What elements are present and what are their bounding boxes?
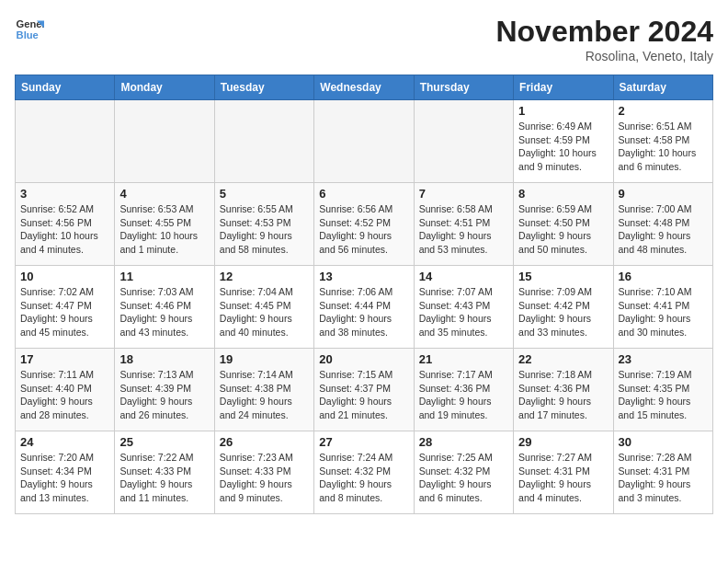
month-title: November 2024	[495, 15, 713, 49]
calendar-cell: 15Sunrise: 7:09 AM Sunset: 4:42 PM Dayli…	[514, 266, 613, 349]
day-info: Sunrise: 7:15 AM Sunset: 4:37 PM Dayligh…	[319, 368, 408, 422]
calendar-cell	[214, 100, 313, 183]
calendar-cell: 12Sunrise: 7:04 AM Sunset: 4:45 PM Dayli…	[214, 266, 313, 349]
day-number: 7	[419, 187, 508, 201]
calendar-cell: 20Sunrise: 7:15 AM Sunset: 4:37 PM Dayli…	[314, 349, 414, 431]
day-number: 28	[419, 435, 508, 449]
day-number: 22	[518, 352, 608, 366]
day-info: Sunrise: 6:51 AM Sunset: 4:58 PM Dayligh…	[619, 120, 708, 174]
week-row-3: 17Sunrise: 7:11 AM Sunset: 4:40 PM Dayli…	[16, 349, 713, 431]
calendar-cell: 17Sunrise: 7:11 AM Sunset: 4:40 PM Dayli…	[16, 349, 115, 431]
day-info: Sunrise: 7:20 AM Sunset: 4:34 PM Dayligh…	[20, 451, 109, 505]
calendar-cell: 22Sunrise: 7:18 AM Sunset: 4:36 PM Dayli…	[514, 349, 613, 431]
day-info: Sunrise: 6:52 AM Sunset: 4:56 PM Dayligh…	[20, 202, 109, 257]
day-info: Sunrise: 7:23 AM Sunset: 4:33 PM Dayligh…	[220, 451, 309, 505]
day-number: 19	[220, 352, 309, 366]
calendar-cell: 11Sunrise: 7:03 AM Sunset: 4:46 PM Dayli…	[115, 266, 214, 349]
subtitle: Rosolina, Veneto, Italy	[495, 49, 713, 63]
day-number: 26	[220, 435, 309, 449]
calendar-cell	[115, 100, 214, 183]
day-number: 13	[319, 270, 408, 283]
week-row-0: 1Sunrise: 6:49 AM Sunset: 4:59 PM Daylig…	[16, 100, 713, 183]
day-number: 9	[619, 187, 708, 201]
day-info: Sunrise: 7:02 AM Sunset: 4:47 PM Dayligh…	[20, 285, 109, 339]
day-number: 3	[20, 187, 109, 201]
day-number: 6	[319, 187, 408, 201]
svg-text:Blue: Blue	[17, 29, 39, 40]
calendar-cell: 7Sunrise: 6:58 AM Sunset: 4:51 PM Daylig…	[414, 183, 513, 266]
day-info: Sunrise: 7:24 AM Sunset: 4:32 PM Dayligh…	[319, 451, 408, 505]
calendar-body: 1Sunrise: 6:49 AM Sunset: 4:59 PM Daylig…	[16, 100, 713, 514]
day-info: Sunrise: 7:10 AM Sunset: 4:41 PM Dayligh…	[619, 285, 708, 339]
week-row-4: 24Sunrise: 7:20 AM Sunset: 4:34 PM Dayli…	[16, 431, 713, 514]
calendar-cell: 5Sunrise: 6:55 AM Sunset: 4:53 PM Daylig…	[214, 183, 313, 266]
day-info: Sunrise: 6:55 AM Sunset: 4:53 PM Dayligh…	[220, 202, 309, 257]
day-number: 10	[20, 270, 109, 283]
calendar-cell: 14Sunrise: 7:07 AM Sunset: 4:43 PM Dayli…	[414, 266, 513, 349]
header: General Blue November 2024 Rosolina, Ven…	[15, 15, 713, 63]
day-number: 18	[119, 352, 209, 366]
day-number: 14	[419, 270, 508, 283]
day-info: Sunrise: 7:06 AM Sunset: 4:44 PM Dayligh…	[319, 285, 408, 339]
calendar-cell: 23Sunrise: 7:19 AM Sunset: 4:35 PM Dayli…	[613, 349, 712, 431]
title-area: November 2024 Rosolina, Veneto, Italy	[495, 15, 713, 63]
calendar-cell: 29Sunrise: 7:27 AM Sunset: 4:31 PM Dayli…	[514, 431, 613, 514]
day-number: 5	[220, 187, 309, 201]
column-header-friday: Friday	[514, 75, 613, 100]
day-number: 23	[619, 352, 708, 366]
day-info: Sunrise: 7:14 AM Sunset: 4:38 PM Dayligh…	[220, 368, 309, 422]
day-info: Sunrise: 7:22 AM Sunset: 4:33 PM Dayligh…	[119, 451, 209, 505]
calendar-cell: 13Sunrise: 7:06 AM Sunset: 4:44 PM Dayli…	[314, 266, 414, 349]
day-number: 1	[518, 104, 608, 118]
calendar-cell: 25Sunrise: 7:22 AM Sunset: 4:33 PM Dayli…	[115, 431, 214, 514]
day-number: 2	[619, 104, 708, 118]
day-number: 29	[518, 435, 608, 449]
day-info: Sunrise: 7:18 AM Sunset: 4:36 PM Dayligh…	[518, 368, 608, 422]
column-header-tuesday: Tuesday	[214, 75, 313, 100]
day-info: Sunrise: 6:56 AM Sunset: 4:52 PM Dayligh…	[319, 202, 408, 257]
day-info: Sunrise: 7:25 AM Sunset: 4:32 PM Dayligh…	[419, 451, 508, 505]
day-info: Sunrise: 7:19 AM Sunset: 4:35 PM Dayligh…	[619, 368, 708, 422]
day-number: 27	[319, 435, 408, 449]
column-header-thursday: Thursday	[414, 75, 513, 100]
calendar-cell: 3Sunrise: 6:52 AM Sunset: 4:56 PM Daylig…	[16, 183, 115, 266]
day-info: Sunrise: 7:09 AM Sunset: 4:42 PM Dayligh…	[518, 285, 608, 339]
day-info: Sunrise: 7:17 AM Sunset: 4:36 PM Dayligh…	[419, 368, 508, 422]
day-number: 21	[419, 352, 508, 366]
calendar-cell	[314, 100, 414, 183]
day-info: Sunrise: 7:11 AM Sunset: 4:40 PM Dayligh…	[20, 368, 109, 422]
day-info: Sunrise: 7:27 AM Sunset: 4:31 PM Dayligh…	[518, 451, 608, 505]
calendar-cell: 26Sunrise: 7:23 AM Sunset: 4:33 PM Dayli…	[214, 431, 313, 514]
day-info: Sunrise: 7:00 AM Sunset: 4:48 PM Dayligh…	[619, 202, 708, 257]
calendar-cell: 28Sunrise: 7:25 AM Sunset: 4:32 PM Dayli…	[414, 431, 513, 514]
day-info: Sunrise: 7:03 AM Sunset: 4:46 PM Dayligh…	[119, 285, 209, 339]
calendar-cell: 27Sunrise: 7:24 AM Sunset: 4:32 PM Dayli…	[314, 431, 414, 514]
calendar-cell: 1Sunrise: 6:49 AM Sunset: 4:59 PM Daylig…	[514, 100, 613, 183]
day-info: Sunrise: 6:58 AM Sunset: 4:51 PM Dayligh…	[419, 202, 508, 257]
calendar-cell: 21Sunrise: 7:17 AM Sunset: 4:36 PM Dayli…	[414, 349, 513, 431]
calendar-cell: 2Sunrise: 6:51 AM Sunset: 4:58 PM Daylig…	[613, 100, 712, 183]
column-header-sunday: Sunday	[16, 75, 115, 100]
calendar-cell: 6Sunrise: 6:56 AM Sunset: 4:52 PM Daylig…	[314, 183, 414, 266]
day-number: 24	[20, 435, 109, 449]
day-number: 25	[119, 435, 209, 449]
week-row-1: 3Sunrise: 6:52 AM Sunset: 4:56 PM Daylig…	[16, 183, 713, 266]
day-info: Sunrise: 6:53 AM Sunset: 4:55 PM Dayligh…	[119, 202, 209, 257]
calendar-cell: 10Sunrise: 7:02 AM Sunset: 4:47 PM Dayli…	[16, 266, 115, 349]
column-header-saturday: Saturday	[613, 75, 712, 100]
day-info: Sunrise: 7:07 AM Sunset: 4:43 PM Dayligh…	[419, 285, 508, 339]
calendar-cell: 24Sunrise: 7:20 AM Sunset: 4:34 PM Dayli…	[16, 431, 115, 514]
svg-text:General: General	[17, 18, 44, 29]
week-row-2: 10Sunrise: 7:02 AM Sunset: 4:47 PM Dayli…	[16, 266, 713, 349]
day-info: Sunrise: 7:13 AM Sunset: 4:39 PM Dayligh…	[119, 368, 209, 422]
calendar-cell: 9Sunrise: 7:00 AM Sunset: 4:48 PM Daylig…	[613, 183, 712, 266]
logo: General Blue	[15, 15, 44, 44]
day-info: Sunrise: 6:49 AM Sunset: 4:59 PM Dayligh…	[518, 120, 608, 174]
calendar-cell: 30Sunrise: 7:28 AM Sunset: 4:31 PM Dayli…	[613, 431, 712, 514]
day-number: 11	[119, 270, 209, 283]
day-number: 20	[319, 352, 408, 366]
day-info: Sunrise: 6:59 AM Sunset: 4:50 PM Dayligh…	[518, 202, 608, 257]
day-number: 4	[119, 187, 209, 201]
day-number: 12	[220, 270, 309, 283]
day-number: 15	[518, 270, 608, 283]
